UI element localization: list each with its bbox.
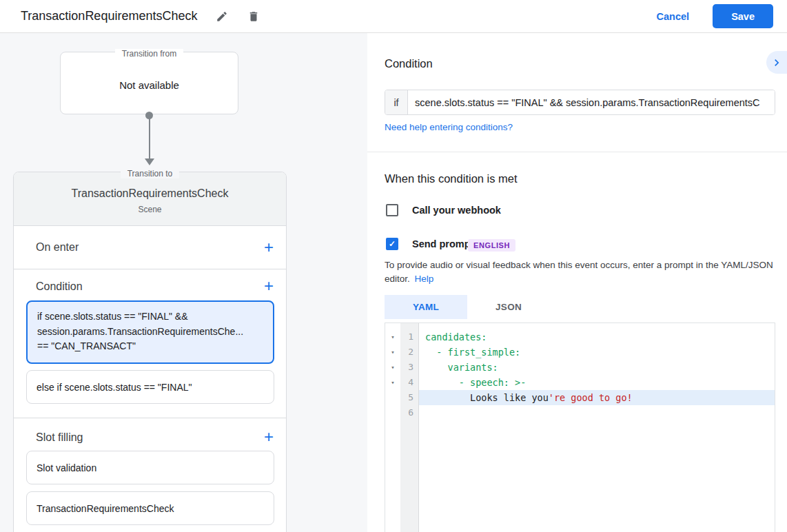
tab-json[interactable]: JSON: [467, 295, 550, 319]
condition-line: session.params.TransactionRequirementsCh…: [37, 325, 263, 340]
scene-graph-panel: Transition from Not available Transition…: [0, 33, 367, 532]
line-number: 5: [400, 390, 419, 405]
cancel-button[interactable]: Cancel: [657, 11, 690, 22]
add-on-enter-button[interactable]: +: [264, 239, 274, 256]
code-line-3: ▾ 3 variants:: [385, 360, 775, 375]
fold-gutter-empty: [385, 390, 400, 405]
page-header: TransactionRequirementsCheck Cancel Save: [0, 0, 787, 33]
code-text: [419, 405, 775, 420]
language-badge: ENGLISH: [468, 239, 515, 252]
main-area: Transition from Not available Transition…: [0, 33, 787, 532]
fold-toggle-icon[interactable]: ▾: [385, 375, 400, 390]
code-line-4: ▾ 4 - speech: >-: [385, 375, 775, 390]
connector-arrow-icon: [145, 158, 154, 165]
connector-line: [149, 116, 150, 159]
section-divider: [14, 418, 286, 418]
condition-card-else[interactable]: else if scene.slots.status == "FINAL": [26, 370, 274, 404]
yaml-code-editor[interactable]: ▾ 1 candidates: ▾ 2 - first_simple: ▾ 3 …: [385, 323, 775, 532]
code-line-2: ▾ 2 - first_simple:: [385, 345, 775, 360]
code-text: variants:: [419, 360, 775, 375]
collapse-panel-button[interactable]: [766, 51, 787, 74]
fold-toggle-icon[interactable]: ▾: [385, 329, 400, 345]
code-text: - first_simple:: [419, 345, 775, 360]
panel-divider: [367, 152, 787, 152]
condition-line: == "CAN_TRANSACT": [37, 339, 263, 354]
scene-type: Scene: [14, 205, 286, 214]
when-met-heading: When this condition is met: [385, 172, 518, 185]
slot-card-transaction-requirements[interactable]: TransactionRequirementsCheck: [26, 491, 274, 525]
if-prefix-label: if: [385, 90, 408, 114]
prompts-description: To provide audio or visual feedback when…: [385, 258, 776, 285]
condition-line: if scene.slots.status == "FINAL" &&: [37, 309, 263, 325]
on-enter-section: On enter +: [14, 227, 286, 269]
delete-icon[interactable]: [247, 10, 260, 23]
fold-toggle-icon[interactable]: ▾: [385, 360, 400, 375]
code-text: Looks like you're good to go!: [419, 390, 775, 405]
line-number: 6: [400, 405, 419, 420]
line-number: 4: [400, 375, 419, 390]
chevron-right-icon: [770, 56, 784, 70]
page-title: TransactionRequirementsCheck: [21, 9, 197, 23]
code-line-6: 6: [385, 405, 775, 420]
condition-card-selected[interactable]: if scene.slots.status == "FINAL" && sess…: [26, 300, 274, 364]
transition-from-node: Transition from Not available: [60, 52, 238, 114]
transition-from-value: Not available: [61, 79, 238, 91]
condition-expression-input[interactable]: [408, 90, 775, 114]
scene-name: TransactionRequirementsCheck: [14, 172, 286, 200]
condition-editor-panel: Condition if Need help entering conditio…: [367, 33, 787, 532]
edit-icon[interactable]: [215, 10, 229, 23]
line-number: 3: [400, 360, 419, 375]
fold-toggle-icon[interactable]: ▾: [385, 345, 400, 360]
line-number: 2: [400, 345, 419, 360]
check-icon: ✓: [389, 239, 396, 249]
webhook-label: Call your webhook: [412, 205, 501, 216]
webhook-checkbox[interactable]: [386, 204, 398, 216]
code-line-1: ▾ 1 candidates:: [385, 329, 775, 345]
send-prompts-checkbox[interactable]: ✓: [386, 238, 398, 250]
slot-card-validation[interactable]: Slot validation: [26, 451, 274, 484]
scene-card: TransactionRequirementsCheck Scene On en…: [13, 172, 287, 532]
slot-filling-section-label: Slot filling: [36, 431, 83, 444]
code-line-5-highlighted: 5 Looks like you're good to go!: [385, 390, 775, 405]
conditions-help-link[interactable]: Need help entering conditions?: [385, 122, 513, 132]
on-enter-label: On enter: [36, 241, 79, 254]
code-text: - speech: >-: [419, 375, 775, 390]
fold-gutter-empty: [385, 405, 400, 420]
save-button[interactable]: Save: [713, 4, 773, 28]
prompts-help-link[interactable]: Help: [415, 274, 434, 284]
condition-if-field: if: [385, 90, 775, 115]
tab-yaml[interactable]: YAML: [385, 295, 467, 319]
condition-heading: Condition: [385, 57, 433, 70]
add-condition-button[interactable]: +: [264, 278, 274, 294]
condition-section-label: Condition: [36, 280, 83, 293]
editor-tabs: YAML JSON: [385, 295, 550, 319]
code-text: candidates:: [419, 329, 775, 345]
scene-card-header[interactable]: TransactionRequirementsCheck Scene: [14, 172, 286, 226]
transition-from-legend: Transition from: [61, 47, 238, 59]
code-lines: ▾ 1 candidates: ▾ 2 - first_simple: ▾ 3 …: [385, 329, 775, 420]
add-slot-button[interactable]: +: [264, 429, 274, 445]
line-number: 1: [400, 329, 419, 345]
